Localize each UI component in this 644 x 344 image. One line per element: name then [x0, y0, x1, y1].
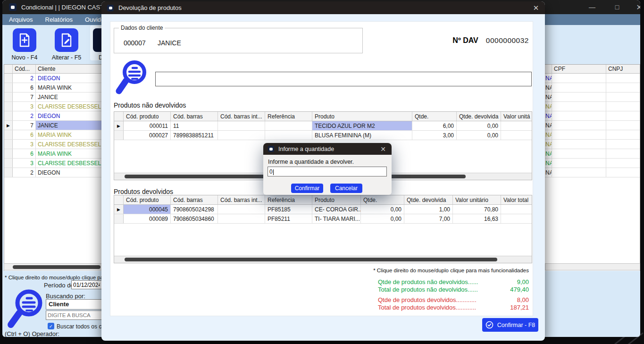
client-row-right[interactable]: NAL	[545, 92, 640, 102]
client-row[interactable]: 2 DIEGON	[4, 168, 101, 177]
cell-barras-int[interactable]	[218, 121, 265, 130]
product-search-input[interactable]	[155, 72, 532, 86]
truncated-cell[interactable]: NAL	[545, 74, 552, 83]
client-code[interactable]: 6	[13, 130, 36, 139]
cnpj-cell[interactable]	[606, 121, 640, 130]
client-row-right[interactable]: NAL	[545, 159, 640, 168]
cpf-cell[interactable]	[552, 149, 606, 158]
client-name[interactable]: CLARISSE DESBESSEL	[36, 140, 101, 149]
client-row-selected[interactable]: ▶ 7 JANICE	[4, 121, 101, 130]
close-button[interactable]: ✕	[631, 0, 640, 14]
col-cod-barras[interactable]: Cód. barras	[171, 195, 218, 204]
client-name[interactable]: CLARISSE DESBESSEL	[36, 102, 101, 111]
cell-valor-unit[interactable]: 70,80	[453, 205, 501, 214]
cell-qtde-dev[interactable]: 1,00	[404, 205, 453, 214]
client-code[interactable]: 7	[13, 121, 36, 130]
client-row-right[interactable]: NAL	[545, 149, 640, 159]
client-grid-hscrollbar[interactable]	[4, 263, 102, 270]
col-valor-unitario[interactable]: Valor unitário	[453, 195, 501, 204]
client-row[interactable]: 3 CLARISSE DESBESSEL	[4, 102, 101, 111]
cnpj-cell[interactable]	[606, 140, 640, 149]
cell-barras-int[interactable]	[218, 205, 265, 214]
cell-cod[interactable]: 000011	[124, 121, 171, 130]
client-row[interactable]: 3 CLARISSE DESBESSEL	[4, 140, 101, 149]
client-row-right[interactable]: NAL	[545, 74, 640, 83]
maximize-button[interactable]: □	[609, 0, 625, 14]
cell-qtde[interactable]: 0,00	[361, 205, 404, 214]
cpf-cell[interactable]	[552, 83, 606, 92]
menu-arquivos[interactable]: Arquivos	[9, 16, 33, 23]
modal-close-icon[interactable]: ✕	[376, 143, 390, 155]
col-produto[interactable]: Produto	[312, 112, 412, 121]
truncated-cell[interactable]: NAL	[545, 159, 552, 168]
client-row[interactable]: 7 JANICE	[4, 92, 101, 102]
cell-qtde[interactable]: 0,00	[361, 214, 404, 223]
cell-valor-total[interactable]	[501, 205, 532, 214]
col-cod-barras-int[interactable]: Cód. barras int...	[218, 112, 265, 121]
cell-barras[interactable]: 7899838851211	[171, 131, 218, 140]
cell-valor-unit[interactable]	[501, 131, 532, 140]
cnpj-cell[interactable]	[606, 159, 640, 168]
col-valor-unitario[interactable]: Valor unitá	[501, 112, 532, 121]
col-qtde[interactable]: Qtde.	[412, 112, 457, 121]
cell-barras-int[interactable]	[218, 131, 265, 140]
cell-barras[interactable]: 7908605024298	[171, 205, 218, 214]
client-code[interactable]: 7	[13, 92, 36, 101]
cell-qtde[interactable]: 3,00	[412, 131, 457, 140]
cpf-cell[interactable]	[552, 140, 606, 149]
client-row-right[interactable]: NAL	[545, 140, 640, 149]
cell-cod[interactable]: 000045	[124, 205, 171, 214]
client-code[interactable]: 3	[13, 140, 36, 149]
client-row[interactable]: 3 CLARISSE DESBESSEL	[4, 159, 101, 168]
truncated-cell[interactable]: NAL	[545, 168, 552, 177]
modal-cancel-button[interactable]: Cancelar	[330, 184, 362, 193]
col-qtde-devolvida[interactable]: Qtde. devolvida	[404, 195, 453, 204]
col-cod-produto[interactable]: Cód. produto	[124, 112, 171, 121]
truncated-cell[interactable]: NAL	[545, 111, 552, 120]
product-row[interactable]: ▶ 000011 11 TECIDO AZUL POR M2 6,00 0,00	[114, 121, 532, 131]
cell-barras-int[interactable]	[218, 214, 265, 223]
cnpj-cell[interactable]	[606, 92, 640, 101]
cell-qtde[interactable]: 6,00	[412, 121, 457, 130]
cnpj-cell[interactable]	[606, 83, 640, 92]
client-row[interactable]: 6 MARIA WINK	[4, 149, 101, 159]
client-name[interactable]: JANICE	[36, 121, 101, 130]
edit-button[interactable]	[55, 28, 78, 52]
truncated-cell[interactable]: NAL	[545, 149, 552, 158]
cnpj-cell[interactable]	[606, 111, 640, 120]
client-code[interactable]: 6	[13, 149, 36, 158]
new-button[interactable]	[13, 28, 36, 52]
quick-search-input[interactable]	[46, 310, 102, 320]
cell-valor-total[interactable]	[501, 214, 532, 223]
cell-cod[interactable]: 000027	[124, 131, 171, 140]
client-name[interactable]: DIEGON	[36, 74, 101, 83]
cell-ref[interactable]	[265, 121, 312, 130]
menu-relatorios[interactable]: Relatórios	[45, 16, 73, 23]
client-name[interactable]: DIEGON	[36, 111, 101, 120]
col-referencia[interactable]: Referência	[265, 195, 312, 204]
client-name[interactable]: MARIA WINK	[36, 130, 101, 139]
client-row-right[interactable]: NAL	[545, 83, 640, 92]
confirm-f8-button[interactable]: Confirmar - F8	[482, 318, 538, 332]
product-row[interactable]: ▶ 000045 7908605024298 PF85185 CE- COROA…	[114, 205, 532, 214]
cell-cod[interactable]: 000089	[124, 214, 171, 223]
client-grid-hscroll-thumb[interactable]	[13, 265, 100, 269]
client-row-right[interactable]: NAL	[545, 121, 640, 130]
cpf-cell[interactable]	[552, 102, 606, 111]
truncated-cell[interactable]: NAL	[545, 92, 552, 101]
returned-hscroll-thumb[interactable]	[125, 258, 497, 261]
client-row-right[interactable]: NAL	[545, 111, 640, 121]
client-name[interactable]: MARIA WINK	[36, 83, 101, 92]
product-row[interactable]: 000027 7899838851211 BLUSA FEMININA (M) …	[114, 131, 532, 140]
client-code[interactable]: 2	[13, 74, 36, 83]
cpf-cell[interactable]	[552, 111, 606, 120]
cpf-cell[interactable]	[552, 159, 606, 168]
col-qtde-devolvida[interactable]: Qtde. devolvida	[457, 112, 501, 121]
cell-produto[interactable]: TECIDO AZUL POR M2	[312, 121, 412, 130]
col-header-cpf[interactable]: CPF	[552, 65, 606, 73]
client-row[interactable]: 6 MARIA WINK	[4, 130, 101, 140]
client-row-right[interactable]: NAL	[545, 102, 640, 111]
minimize-button[interactable]: —	[584, 0, 600, 14]
truncated-cell[interactable]: NAL	[545, 102, 552, 111]
client-name[interactable]: MARIA WINK	[36, 149, 101, 158]
